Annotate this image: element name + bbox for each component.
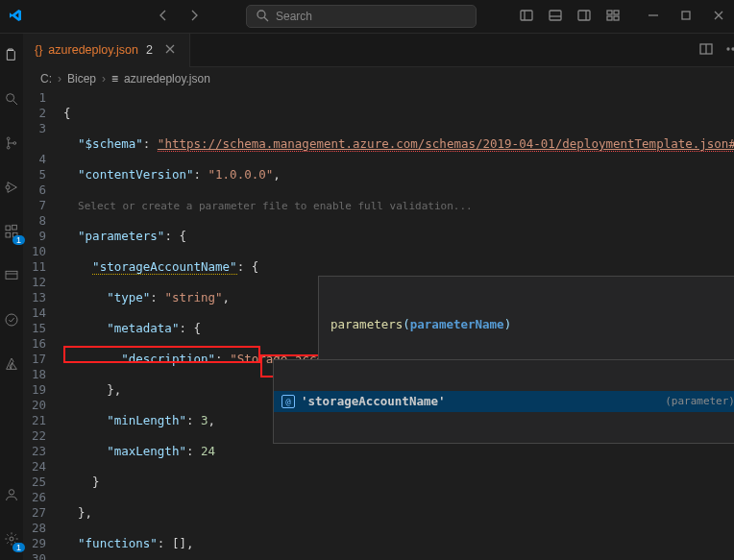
line-number: 16 bbox=[23, 336, 46, 352]
breadcrumb[interactable]: C: › Bicep › ≡ azuredeploy.json bbox=[23, 67, 734, 90]
parameter-hint: Select or create a parameter file to ena… bbox=[78, 200, 473, 212]
svg-point-13 bbox=[6, 185, 10, 189]
layout-grid-icon[interactable] bbox=[605, 8, 621, 26]
chevron-right-icon: › bbox=[102, 72, 106, 85]
svg-point-21 bbox=[10, 537, 13, 541]
account-icon[interactable] bbox=[0, 483, 23, 506]
line-number: 24 bbox=[23, 459, 46, 475]
line-number: 23 bbox=[23, 444, 46, 459]
line-number: 30 bbox=[23, 551, 46, 560]
svg-rect-7 bbox=[614, 16, 619, 20]
line-number: 11 bbox=[23, 259, 46, 275]
line-number: 26 bbox=[23, 490, 46, 505]
line-number: 12 bbox=[23, 275, 46, 290]
variable-icon: @ bbox=[281, 395, 295, 408]
svg-point-20 bbox=[9, 490, 13, 495]
json-file-icon: {} bbox=[35, 43, 42, 57]
debug-icon[interactable] bbox=[0, 176, 23, 199]
line-number: 10 bbox=[23, 244, 46, 259]
line-number: 13 bbox=[23, 290, 46, 305]
line-number: 8 bbox=[23, 213, 46, 229]
layout-bottom-icon[interactable] bbox=[548, 8, 563, 26]
search-placeholder: Search bbox=[276, 10, 312, 23]
line-number: 28 bbox=[23, 521, 46, 536]
svg-point-11 bbox=[7, 146, 10, 149]
svg-rect-1 bbox=[521, 11, 532, 20]
svg-rect-5 bbox=[614, 11, 619, 14]
maximize-icon[interactable] bbox=[678, 8, 694, 26]
tab-problems-badge: 2 bbox=[146, 43, 153, 57]
svg-rect-6 bbox=[607, 16, 612, 20]
line-number: 15 bbox=[23, 321, 46, 336]
line-number: 27 bbox=[23, 505, 46, 521]
code-editor[interactable]: 1234567891011121314151617181920212223242… bbox=[23, 90, 734, 560]
svg-point-10 bbox=[7, 137, 10, 140]
breadcrumb-seg: C: bbox=[40, 72, 52, 85]
svg-point-19 bbox=[6, 314, 17, 326]
nav-forward-icon[interactable] bbox=[186, 8, 202, 26]
remote-icon[interactable] bbox=[0, 264, 23, 287]
breadcrumb-seg: azuredeploy.json bbox=[124, 72, 210, 85]
tab-filename: azuredeploy.json bbox=[48, 43, 138, 57]
explorer-icon[interactable] bbox=[0, 43, 23, 66]
search-icon bbox=[255, 8, 270, 26]
svg-point-12 bbox=[13, 142, 16, 145]
autocomplete-popup[interactable]: @ 'storageAccountName' (parameter) bbox=[273, 359, 734, 444]
svg-point-0 bbox=[257, 11, 265, 18]
json-file-icon: ≡ bbox=[111, 72, 118, 85]
line-number: 22 bbox=[23, 428, 46, 444]
svg-rect-8 bbox=[682, 12, 690, 19]
tab-azuredeploy[interactable]: {} azuredeploy.json 2 bbox=[23, 34, 190, 67]
split-editor-icon[interactable] bbox=[698, 41, 714, 60]
svg-rect-2 bbox=[550, 11, 561, 20]
layout-right-icon[interactable] bbox=[576, 8, 592, 26]
autocomplete-label: 'storageAccountName' bbox=[301, 394, 446, 409]
close-icon[interactable] bbox=[711, 8, 726, 26]
svg-point-23 bbox=[727, 48, 729, 50]
vscode-logo bbox=[8, 8, 25, 25]
testing-icon[interactable] bbox=[0, 308, 23, 331]
autocomplete-kind: (parameter) bbox=[665, 394, 734, 409]
line-number: 3 bbox=[23, 121, 46, 136]
more-actions-icon[interactable] bbox=[725, 41, 734, 60]
extensions-icon[interactable]: 1 bbox=[0, 220, 23, 243]
line-number: 17 bbox=[23, 352, 46, 367]
azure-icon[interactable] bbox=[0, 353, 23, 376]
line-number bbox=[23, 136, 46, 152]
svg-rect-14 bbox=[6, 226, 11, 231]
search-nav-icon[interactable] bbox=[0, 87, 23, 110]
line-number: 2 bbox=[23, 106, 46, 121]
line-number: 21 bbox=[23, 413, 46, 428]
search-input[interactable]: Search bbox=[246, 5, 477, 28]
line-number: 5 bbox=[23, 167, 46, 183]
svg-rect-4 bbox=[607, 11, 612, 14]
line-number: 25 bbox=[23, 475, 46, 490]
line-number: 9 bbox=[23, 229, 46, 244]
svg-rect-17 bbox=[12, 225, 17, 230]
tab-close-icon[interactable] bbox=[162, 41, 178, 60]
line-number: 7 bbox=[23, 198, 46, 213]
line-number: 20 bbox=[23, 398, 46, 413]
line-number: 1 bbox=[23, 90, 46, 106]
autocomplete-item[interactable]: @ 'storageAccountName' (parameter) bbox=[274, 391, 734, 412]
settings-icon[interactable]: 1 bbox=[0, 527, 23, 550]
line-number: 14 bbox=[23, 305, 46, 321]
scm-icon[interactable] bbox=[0, 132, 23, 155]
svg-rect-3 bbox=[578, 11, 590, 20]
minimize-icon[interactable] bbox=[646, 8, 661, 26]
line-number: 29 bbox=[23, 536, 46, 551]
breadcrumb-seg: Bicep bbox=[67, 72, 96, 85]
line-number: 18 bbox=[23, 367, 46, 382]
nav-back-icon[interactable] bbox=[156, 8, 171, 26]
layout-left-icon[interactable] bbox=[519, 8, 534, 26]
svg-rect-15 bbox=[6, 232, 11, 237]
line-number: 4 bbox=[23, 152, 46, 167]
line-number: 6 bbox=[23, 183, 46, 198]
line-number: 19 bbox=[23, 382, 46, 398]
chevron-right-icon: › bbox=[58, 72, 61, 85]
svg-rect-18 bbox=[6, 271, 17, 279]
svg-point-9 bbox=[7, 94, 14, 102]
